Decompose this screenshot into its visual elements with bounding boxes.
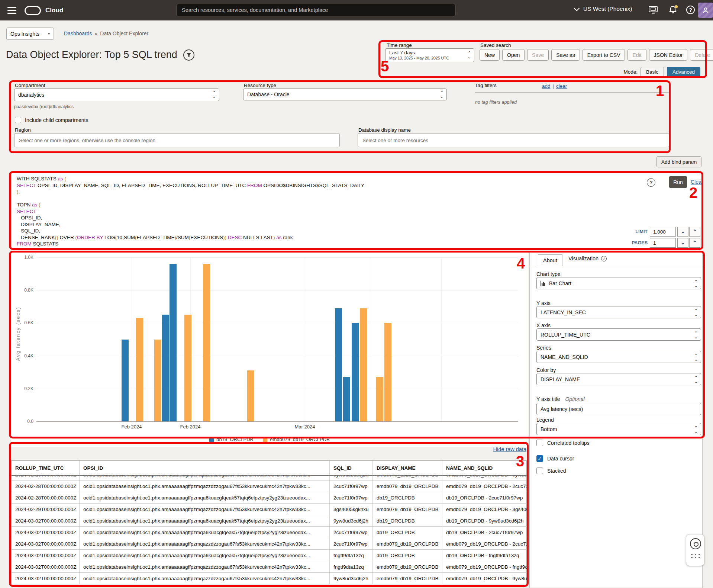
bar-emdb079_db19_ORCLPDB[interactable] [184, 315, 191, 421]
tag-filters-label: Tag filters [475, 83, 497, 88]
table-row[interactable]: 2024-02-29T00:00:00.000Zocid1.opsidataba… [12, 504, 526, 515]
oracle-logo-icon[interactable] [25, 6, 41, 15]
console-icon[interactable] [648, 5, 658, 15]
region-filter-input[interactable]: Select one or more regions, otherwise us… [14, 133, 340, 147]
bar-emdb079_db19_ORCLPDB[interactable] [136, 318, 143, 421]
saved-search-toolbar: NewOpenSaveSave asExport to CSVEditJSON … [480, 49, 701, 61]
bar-db19_ORCLPDB[interactable] [343, 377, 350, 421]
y-axis-title-label: Y axis titleOptional [536, 396, 585, 402]
table-row[interactable]: 2024-02-28T00:00:00.000Zocid1.opsidataba… [12, 492, 526, 504]
table-row[interactable]: 2024-03-02T00:00:00.000Zocid1.opsidataba… [12, 550, 526, 561]
table-cell: emdb079_db19_ORCLPDB [373, 538, 442, 550]
table-cell: 2024-03-02T00:00:00.000Z [12, 573, 80, 584]
compartment-select[interactable]: dbanalytics ⌃⌄ [14, 89, 219, 101]
table-cell: ocid1.opsidatabaseinsight.oc1.phx.amaaaa… [80, 561, 330, 573]
help-icon[interactable]: ? [686, 6, 695, 14]
x-axis-select[interactable]: ROLLUP_TIME_UTC⌃⌄ [536, 328, 701, 341]
y-axis-title-input[interactable]: Avg latency (secs) [536, 403, 701, 415]
bar-db19_ORCLPDB[interactable] [122, 340, 129, 422]
column-header-OPSI_ID[interactable]: OPSI_ID [80, 461, 330, 476]
mode-label: Mode: [623, 69, 638, 75]
global-search-input[interactable]: Search resources, services, documentatio… [176, 4, 456, 16]
clear-link[interactable]: Clear [691, 179, 703, 185]
table-row[interactable]: 2024-03-02T00:00:00.000Zocid1.opsidataba… [12, 527, 526, 538]
top-navbar: Cloud Search resources, services, docume… [0, 0, 713, 20]
y-tick-label: 0.6K [15, 320, 33, 325]
tab-about[interactable]: About [538, 254, 562, 266]
table-row[interactable]: 2024-02-28T00:00:00.000Zocid1.opsidataba… [12, 481, 526, 492]
pages-input[interactable]: 1 [650, 238, 676, 248]
limit-decrement-button[interactable]: ⌄ [677, 227, 688, 237]
column-header-NAME_AND_SQLID[interactable]: NAME_AND_SQLID [442, 461, 527, 476]
pages-increment-button[interactable]: ⌃ [689, 238, 700, 248]
select-chevrons-icon: ⌃⌄ [468, 51, 471, 59]
raw-data-table[interactable]: ROLLUP_TIME_UTCOPSI_IDSQL_IDDISPLAY_NAME… [11, 460, 527, 584]
drag-handle-icon[interactable] [691, 554, 700, 558]
legend-item-db19_ORCLPDB[interactable]: db19_ORCLPDB [209, 437, 253, 442]
add-bind-param-button[interactable]: Add bind param [656, 156, 701, 167]
stacked-checkbox[interactable] [536, 467, 543, 474]
target-icon[interactable] [690, 538, 701, 549]
table-row[interactable]: 2024-03-02T00:00:00.000Zocid1.opsidataba… [12, 573, 526, 584]
table-cell: 2024-03-02T00:00:00.000Z [12, 561, 80, 573]
filter-funnel-icon[interactable] [183, 49, 194, 61]
tag-filters-add-link[interactable]: add [542, 83, 551, 89]
json-editor-button[interactable]: JSON Editor [649, 49, 688, 61]
tab-visualization[interactable]: Visualization i [568, 256, 607, 261]
run-button[interactable]: Run [669, 176, 687, 188]
legend-item-emdb079_db19_ORCLPDB[interactable]: emdb079_db19_ORCLPDB [263, 437, 329, 442]
time-range-select[interactable]: Last 7 days May 13, 2025 - May 20, 2025 … [385, 48, 474, 62]
mode-advanced-button[interactable]: Advanced [667, 67, 700, 77]
bar-emdb079_db19_ORCLPDB[interactable] [247, 370, 254, 421]
bar-emdb079_db19_ORCLPDB[interactable] [154, 340, 161, 422]
bar-db19_ORCLPDB[interactable] [335, 308, 342, 421]
table-row[interactable]: 2024-03-02T00:00:00.000Zocid1.opsidataba… [12, 538, 526, 550]
correlated-tooltips-checkbox[interactable] [536, 440, 543, 446]
resource-type-select[interactable]: Database - Oracle ⌃⌄ [243, 89, 447, 100]
db-display-name-input[interactable]: Select one or more resources [358, 133, 669, 147]
color-by-select[interactable]: DISPLAY_NAME⌃⌄ [536, 373, 701, 385]
region-selector[interactable]: US West (Phoenix) [575, 6, 632, 12]
table-row[interactable]: 2024-03-02T00:00:00.000Zocid1.opsidataba… [12, 561, 526, 573]
legend-select[interactable]: Bottom⌃⌄ [536, 423, 701, 435]
sql-editor[interactable]: WITH SQLSTATS as (SELECT OPSI_ID, DISPLA… [11, 173, 702, 248]
notifications-bell-icon[interactable] [668, 5, 678, 15]
column-header-SQL_ID[interactable]: SQL_ID [330, 461, 373, 476]
bar-emdb079_db19_ORCLPDB[interactable] [384, 323, 391, 421]
tag-filters-clear-link[interactable]: clear [556, 83, 567, 89]
save-button[interactable]: Save [527, 49, 549, 61]
include-child-compartments-checkbox[interactable] [15, 117, 21, 123]
data-cursor-checkbox[interactable]: ✓ [536, 455, 543, 462]
breadcrumb-dashboards-link[interactable]: Dashboards [64, 30, 92, 36]
limit-increment-button[interactable]: ⌃ [689, 227, 700, 237]
pages-decrement-button[interactable]: ⌄ [677, 238, 688, 248]
column-header-DISPLAY_NAME[interactable]: DISPLAY_NAME [373, 461, 442, 476]
hide-raw-data-link[interactable]: Hide raw data [479, 446, 526, 452]
floating-tools-widget[interactable] [686, 534, 704, 566]
bar-emdb079_db19_ORCLPDB[interactable] [376, 377, 383, 421]
bar-db19_ORCLPDB[interactable] [162, 315, 169, 421]
limit-input[interactable]: 1,000 [650, 227, 676, 237]
table-row[interactable]: 2024-03-02T00:00:00.000Zocid1.opsidataba… [12, 515, 526, 527]
avatar[interactable] [698, 3, 713, 18]
bar-chart[interactable]: Avg latency (secs) 0.00.2K0.4K0.6K0.8K1.… [11, 252, 528, 447]
app-switcher-ops-insights[interactable]: Ops Insights ▾ [6, 28, 54, 40]
edit-button[interactable]: Edit [627, 49, 646, 61]
bar-emdb079_db19_ORCLPDB[interactable] [203, 264, 210, 421]
bar-db19_ORCLPDB[interactable] [170, 264, 177, 421]
new-button[interactable]: New [480, 49, 500, 61]
bar-db19_ORCLPDB[interactable] [352, 323, 359, 421]
sql-help-icon[interactable]: ? [647, 178, 655, 187]
delete-button[interactable]: Delete [690, 49, 713, 61]
save-as-button[interactable]: Save as [551, 49, 580, 61]
mode-basic-button[interactable]: Basic [641, 67, 664, 77]
table-row[interactable]: 2024-02-26T00:00:00.000Zocid1.opsidataba… [12, 476, 526, 481]
series-select[interactable]: NAME_AND_SQLID⌃⌄ [536, 351, 701, 363]
column-header-ROLLUP_TIME_UTC[interactable]: ROLLUP_TIME_UTC [12, 461, 80, 476]
open-button[interactable]: Open [502, 49, 525, 61]
export-to-csv-button[interactable]: Export to CSV [583, 49, 625, 61]
hamburger-menu-icon[interactable] [7, 7, 16, 14]
y-axis-select[interactable]: LATENCY_IN_SEC⌃⌄ [536, 306, 701, 318]
chart-type-select[interactable]: Bar Chart⌃⌄ [536, 277, 701, 289]
bar-emdb079_db19_ORCLPDB[interactable] [360, 308, 367, 421]
